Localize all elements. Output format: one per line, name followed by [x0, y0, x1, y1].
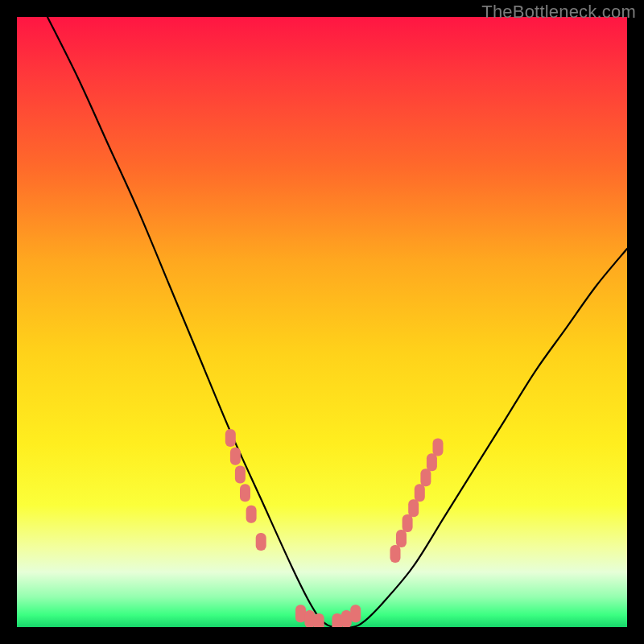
watermark-text: TheBottleneck.com — [481, 2, 636, 23]
chart-svg — [17, 17, 627, 627]
highlight-markers — [225, 429, 444, 627]
highlight-dot — [332, 613, 342, 627]
highlight-dot — [341, 610, 352, 627]
highlight-dot — [433, 438, 444, 456]
bottleneck-curve-path — [47, 17, 627, 627]
highlight-dot — [427, 453, 437, 471]
highlight-dot — [314, 613, 324, 627]
highlight-dot — [390, 545, 401, 563]
chart-frame: TheBottleneck.com — [0, 0, 644, 644]
highlight-dot — [230, 448, 241, 465]
highlight-dot — [402, 514, 413, 532]
plot-area — [17, 17, 627, 627]
highlight-dot — [246, 506, 257, 523]
highlight-dot — [240, 484, 250, 502]
highlight-dot — [304, 610, 315, 627]
highlight-dot — [295, 605, 306, 622]
highlight-dot — [256, 533, 266, 551]
highlight-dot — [396, 530, 407, 547]
highlight-dot — [225, 429, 236, 447]
highlight-dot — [408, 499, 419, 517]
highlight-dot — [350, 605, 361, 622]
highlight-dot — [420, 469, 431, 486]
highlight-dot — [235, 466, 246, 484]
highlight-dot — [415, 484, 425, 502]
